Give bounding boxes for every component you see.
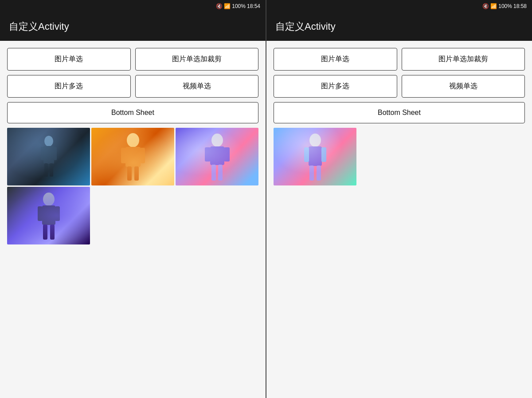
svg-rect-27 [321, 147, 326, 162]
left-time: 18:54 [247, 3, 260, 9]
right-battery-text: 100% [498, 3, 512, 9]
right-empty-cell-1 [358, 128, 441, 185]
left-phone: 🔇 📶 100% 18:54 自定义Activity 图片单选 图片单选加裁剪 … [0, 0, 266, 398]
svg-rect-19 [42, 205, 55, 225]
right-phone-content: 图片单选 图片单选加裁剪 图片多选 视频单选 Bottom Sheet [266, 41, 532, 398]
svg-rect-29 [317, 166, 321, 181]
mute-icon: 🔇 [216, 3, 223, 9]
svg-rect-28 [309, 166, 314, 181]
right-empty-cell-2 [442, 128, 525, 185]
left-single-select-crop-button[interactable]: 图片单选加裁剪 [135, 48, 259, 71]
svg-point-0 [44, 136, 53, 146]
right-app-title: 自定义Activity [275, 20, 336, 33]
svg-rect-14 [205, 147, 211, 162]
right-button-row-1: 图片单选 图片单选加裁剪 [274, 48, 525, 71]
svg-rect-20 [38, 206, 43, 221]
svg-rect-4 [44, 163, 48, 177]
svg-point-12 [211, 134, 223, 147]
right-mute-icon: 🔇 [482, 3, 489, 9]
right-button-row-2: 图片多选 视频单选 [274, 75, 525, 98]
left-app-title: 自定义Activity [9, 20, 69, 33]
wifi-icon: 📶 [224, 3, 231, 9]
svg-rect-25 [309, 146, 322, 166]
svg-rect-16 [211, 165, 216, 181]
right-bottom-sheet-button[interactable]: Bottom Sheet [274, 102, 525, 123]
left-image-grid [7, 128, 258, 244]
svg-rect-11 [134, 166, 139, 181]
left-image-4[interactable] [7, 187, 90, 244]
right-single-select-crop-button[interactable]: 图片单选加裁剪 [402, 48, 525, 71]
left-image-2[interactable] [91, 128, 174, 185]
right-app-bar: 自定义Activity [266, 12, 532, 41]
left-empty-cell-1 [91, 187, 174, 244]
left-empty-cell-2 [176, 187, 258, 244]
left-button-row-1: 图片单选 图片单选加裁剪 [7, 48, 258, 71]
left-multi-select-button[interactable]: 图片多选 [7, 75, 131, 98]
right-phone: 🔇 📶 100% 18:58 自定义Activity 图片单选 图片单选加裁剪 … [266, 0, 532, 398]
left-app-bar: 自定义Activity [0, 12, 266, 41]
svg-rect-2 [41, 147, 44, 160]
left-status-icons: 🔇 📶 100% 18:54 [216, 3, 260, 9]
battery-text: 100% [232, 3, 246, 9]
right-single-select-button[interactable]: 图片单选 [274, 48, 397, 71]
right-image-1[interactable] [274, 128, 356, 185]
right-status-bar: 🔇 📶 100% 18:58 [266, 0, 532, 12]
left-image-3[interactable] [176, 128, 258, 185]
right-bottom-sheet-row: Bottom Sheet [274, 102, 525, 123]
right-time: 18:58 [513, 3, 527, 9]
right-video-select-button[interactable]: 视频单选 [402, 75, 525, 98]
svg-rect-22 [43, 225, 47, 240]
svg-rect-10 [127, 166, 132, 181]
left-image-1[interactable] [7, 128, 90, 185]
svg-point-6 [127, 133, 139, 147]
svg-rect-5 [50, 163, 53, 177]
left-bottom-sheet-row: Bottom Sheet [7, 102, 258, 123]
svg-rect-26 [304, 147, 309, 162]
right-image-grid [274, 128, 525, 185]
left-button-row-2: 图片多选 视频单选 [7, 75, 258, 98]
svg-rect-9 [140, 148, 145, 163]
left-video-select-button[interactable]: 视频单选 [135, 75, 259, 98]
right-multi-select-button[interactable]: 图片多选 [274, 75, 397, 98]
svg-point-18 [43, 193, 55, 206]
right-status-icons: 🔇 📶 100% 18:58 [482, 3, 527, 9]
svg-point-24 [309, 134, 321, 147]
svg-rect-15 [224, 147, 230, 162]
svg-rect-23 [50, 225, 55, 240]
left-phone-content: 图片单选 图片单选加裁剪 图片多选 视频单选 Bottom Sheet [0, 41, 266, 398]
svg-rect-1 [43, 146, 54, 164]
svg-rect-21 [55, 206, 60, 221]
svg-rect-3 [53, 147, 57, 160]
right-wifi-icon: 📶 [490, 3, 497, 9]
svg-rect-13 [210, 146, 224, 165]
svg-rect-7 [125, 147, 141, 167]
svg-rect-17 [218, 165, 223, 181]
svg-rect-8 [121, 148, 126, 163]
left-bottom-sheet-button[interactable]: Bottom Sheet [7, 102, 258, 123]
left-status-bar: 🔇 📶 100% 18:54 [0, 0, 266, 12]
left-single-select-button[interactable]: 图片单选 [7, 48, 131, 71]
